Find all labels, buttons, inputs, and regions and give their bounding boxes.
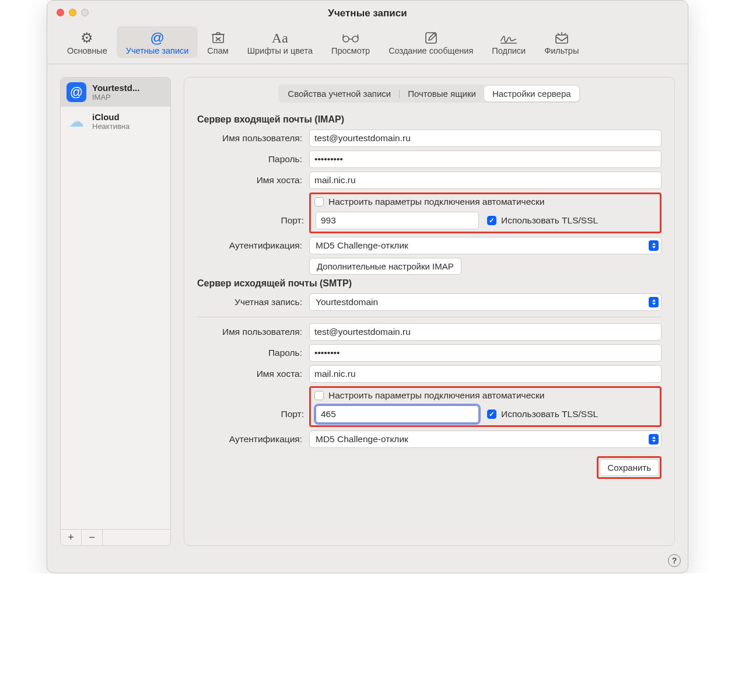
smtp-account-select[interactable]: Yourtestdomain bbox=[309, 293, 662, 311]
accounts-sidebar: @ Yourtestd...IMAP ☁ iCloudНеактивна + − bbox=[60, 77, 171, 546]
titlebar: Учетные записи bbox=[47, 1, 688, 25]
account-tabs: Свойства учетной записи Почтовые ящики Н… bbox=[278, 85, 580, 103]
at-icon: @ bbox=[150, 30, 164, 46]
compose-icon bbox=[424, 30, 438, 46]
account-settings-panel: Свойства учетной записи Почтовые ящики Н… bbox=[184, 77, 675, 546]
add-account-button[interactable]: + bbox=[61, 530, 82, 545]
imap-username-input[interactable] bbox=[309, 130, 662, 147]
filter-icon bbox=[554, 30, 569, 46]
glasses-icon bbox=[341, 30, 360, 46]
incoming-heading: Сервер входящей почты (IMAP) bbox=[197, 114, 662, 125]
toolbar-signatures[interactable]: Подписи bbox=[482, 26, 535, 58]
save-button[interactable]: Сохранить bbox=[600, 459, 659, 476]
toolbar-junk[interactable]: Спам bbox=[198, 26, 237, 58]
close-window-button[interactable] bbox=[57, 9, 64, 16]
smtp-auto-config-checkbox[interactable] bbox=[314, 391, 324, 400]
imap-port-input[interactable] bbox=[316, 212, 479, 229]
svg-point-2 bbox=[352, 36, 358, 42]
account-item-yourtestdomain[interactable]: @ Yourtestd...IMAP bbox=[61, 78, 170, 107]
smtp-username-input[interactable] bbox=[309, 323, 662, 341]
chevron-updown-icon bbox=[649, 434, 659, 444]
imap-connection-highlight: Настроить параметры подключения автомати… bbox=[309, 192, 662, 233]
at-icon: @ bbox=[66, 82, 86, 102]
toolbar-general[interactable]: ⚙Основные bbox=[58, 26, 117, 58]
toolbar-fonts[interactable]: AaШрифты и цвета bbox=[238, 26, 322, 58]
remove-account-button[interactable]: − bbox=[82, 530, 103, 545]
chevron-updown-icon bbox=[649, 240, 659, 251]
preferences-window: Учетные записи ⚙Основные @Учетные записи… bbox=[47, 0, 688, 573]
minimize-window-button[interactable] bbox=[69, 9, 76, 16]
toolbar-viewing[interactable]: Просмотр bbox=[322, 26, 379, 58]
imap-password-input[interactable] bbox=[309, 150, 662, 168]
chevron-updown-icon bbox=[649, 297, 659, 307]
help-button[interactable]: ? bbox=[668, 554, 681, 567]
svg-rect-4 bbox=[556, 35, 568, 43]
zoom-window-button[interactable] bbox=[81, 9, 89, 16]
trash-icon bbox=[211, 30, 226, 46]
smtp-password-input[interactable] bbox=[309, 344, 662, 362]
tab-mailboxes[interactable]: Почтовые ящики bbox=[400, 86, 484, 102]
toolbar-composing[interactable]: Создание сообщения bbox=[379, 26, 482, 58]
cloud-icon: ☁ bbox=[66, 111, 86, 131]
imap-advanced-button[interactable]: Дополнительные настройки IMAP bbox=[309, 258, 461, 275]
imap-host-input[interactable] bbox=[309, 172, 662, 189]
imap-auto-config-checkbox[interactable] bbox=[314, 197, 324, 206]
smtp-auth-select[interactable]: MD5 Challenge-отклик bbox=[309, 430, 662, 448]
smtp-port-input[interactable] bbox=[316, 405, 479, 423]
gear-icon: ⚙ bbox=[80, 30, 93, 46]
account-item-icloud[interactable]: ☁ iCloudНеактивна bbox=[61, 107, 170, 136]
window-title: Учетные записи bbox=[47, 1, 688, 19]
smtp-connection-highlight: Настроить параметры подключения автомати… bbox=[309, 386, 662, 427]
imap-tls-checkbox[interactable] bbox=[487, 216, 496, 225]
outgoing-heading: Сервер исходящей почты (SMTP) bbox=[197, 278, 662, 289]
smtp-tls-checkbox[interactable] bbox=[487, 410, 496, 419]
fonts-icon: Aa bbox=[272, 30, 288, 46]
svg-point-1 bbox=[343, 36, 349, 42]
toolbar-rules[interactable]: Фильтры bbox=[535, 26, 588, 58]
imap-auth-select[interactable]: MD5 Challenge-отклик bbox=[309, 237, 662, 254]
smtp-host-input[interactable] bbox=[309, 365, 662, 383]
tab-server-settings[interactable]: Настройки сервера bbox=[484, 86, 579, 102]
signature-icon bbox=[499, 30, 519, 46]
tab-account-info[interactable]: Свойства учетной записи bbox=[279, 86, 399, 102]
preferences-toolbar: ⚙Основные @Учетные записи Спам AaШрифты … bbox=[47, 25, 688, 64]
toolbar-accounts[interactable]: @Учетные записи bbox=[117, 26, 198, 58]
